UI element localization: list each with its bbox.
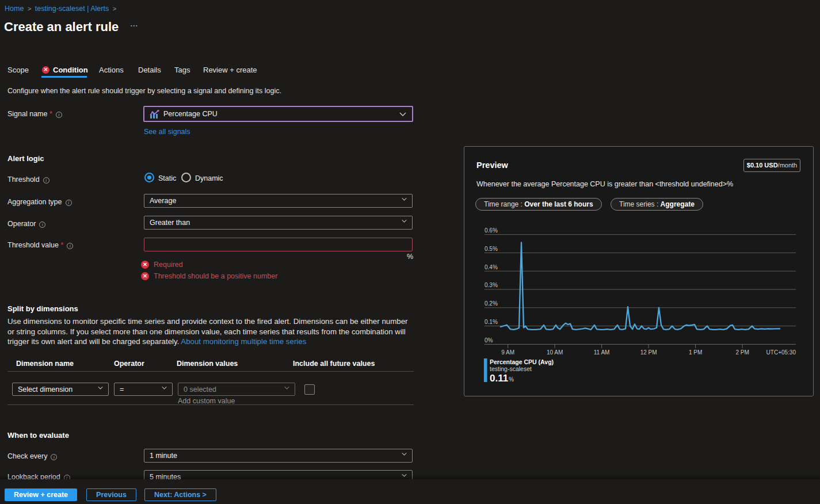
svg-text:0.3%: 0.3% [485,282,498,288]
svg-text:0.6%: 0.6% [485,227,498,234]
svg-text:0.1%: 0.1% [485,319,498,325]
svg-text:0.4%: 0.4% [485,264,498,270]
svg-text:testing-scaleset: testing-scaleset [490,365,532,372]
svg-text:10 AM: 10 AM [547,349,563,356]
svg-text:UTC+05:30: UTC+05:30 [766,349,796,356]
svg-text:0%: 0% [485,337,493,343]
svg-text:%: % [509,376,514,383]
svg-text:0.2%: 0.2% [485,300,498,307]
svg-text:11 AM: 11 AM [594,349,610,356]
svg-text:12 PM: 12 PM [640,349,657,356]
svg-text:9 AM: 9 AM [501,349,514,356]
svg-text:Percentage CPU (Avg): Percentage CPU (Avg) [490,358,554,365]
svg-text:0.5%: 0.5% [485,246,498,252]
svg-text:0.11: 0.11 [490,373,508,384]
svg-text:2 PM: 2 PM [735,349,749,356]
svg-text:1 PM: 1 PM [689,349,702,356]
